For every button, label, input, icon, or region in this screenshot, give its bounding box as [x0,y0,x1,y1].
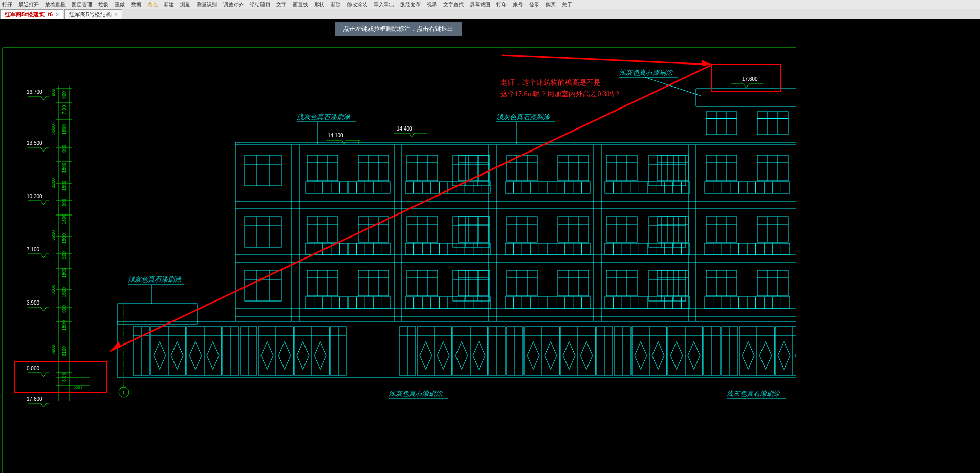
svg-text:1800: 1800 [61,320,67,331]
document-tabs: 红军阁5#楼建筑_t6 × 红军阁5号楼结构 × [0,9,980,19]
tool-20[interactable]: 视界 [427,1,437,8]
tool-27[interactable]: 关于 [562,1,572,8]
svg-line-497 [110,66,710,351]
svg-rect-107 [407,155,438,181]
tool-redo[interactable]: 重做 [115,1,125,8]
svg-rect-77 [245,155,281,186]
tool-2[interactable]: 放着盘星 [45,1,66,8]
svg-text:1800: 1800 [61,268,67,278]
svg-text:13.500: 13.500 [27,140,42,146]
svg-text:3200: 3200 [51,178,56,188]
tool-24[interactable]: 账号 [513,1,523,8]
svg-rect-231 [558,217,589,242]
dim-chain: 900 900 7 00 3200 1600 900 1800 3200 150… [51,86,90,401]
tool-16[interactable]: 新除 [331,1,341,8]
tool-23[interactable]: 打印 [496,1,507,8]
svg-rect-369 [757,270,788,296]
tool-layer[interactable]: 图层管理 [72,1,92,8]
svg-rect-365 [706,270,737,296]
main-toolbar: 打开 最近打开 放着盘星 图层管理 垃圾 重做 数据 着色 新建 测量 测量识别… [0,0,980,9]
svg-text:3200: 3200 [51,285,56,295]
tool-25[interactable]: 登录 [529,1,539,8]
tool-4[interactable]: 垃圾 [98,1,108,8]
tool-14[interactable]: 画直线 [293,1,308,8]
svg-text:7.100: 7.100 [27,247,39,252]
svg-rect-165 [757,155,788,181]
tool-26[interactable]: 购买 [546,1,556,8]
svg-text:17.600: 17.600 [742,76,758,82]
tool-13[interactable]: 文字 [276,1,287,8]
svg-rect-111 [458,155,489,181]
svg-rect-297 [358,270,389,296]
tab-structure[interactable]: 红军阁5号楼结构 × [64,9,122,19]
svg-rect-285 [453,270,490,301]
svg-text:17.600: 17.600 [27,396,42,402]
svg-text:1500: 1500 [61,287,67,297]
tool-17[interactable]: 修改涂装 [347,1,367,8]
svg-text:10.300: 10.300 [27,193,42,199]
svg-rect-183 [453,217,490,247]
svg-text:老师，这个建筑物的檐高是不是: 老师，这个建筑物的檐高是不是 [500,79,601,87]
svg-text:3200: 3200 [51,230,56,241]
svg-rect-62 [118,304,197,324]
tool-21[interactable]: 文字查找 [443,1,464,8]
tool-8[interactable]: 新建 [164,1,174,8]
tool-18[interactable]: 导入导出 [374,1,394,8]
svg-text:1800: 1800 [61,163,67,173]
svg-rect-85 [649,155,686,186]
tool-recent[interactable]: 最近打开 [18,1,39,8]
hint-bar: 点击左键或拉框删除标注，点击右键退出 [335,22,462,36]
svg-text:浅灰色真石漆刷涂: 浅灰色真石漆刷涂 [297,113,351,121]
elevation-marks: 16.700 13.500 10.300 7.100 3.900 0.000 1… [27,89,49,407]
tab-building[interactable]: 红军阁5#楼建筑_t6 × [0,9,63,19]
svg-text:3200: 3200 [51,124,56,135]
close-icon[interactable]: × [115,12,118,17]
svg-text:浅灰色真石漆刷涂: 浅灰色真石漆刷涂 [727,390,781,397]
tool-19[interactable]: 纵经变革 [400,1,421,8]
svg-rect-383 [706,112,737,135]
svg-rect-263 [706,217,737,242]
svg-text:1500: 1500 [61,233,67,244]
svg-text:14.100: 14.100 [328,133,343,138]
svg-rect-129 [558,155,589,181]
drawing-canvas[interactable]: 点击左键或拉框删除标注，点击右键退出 16.700 13.500 10.300 … [0,19,796,473]
svg-text:3100: 3100 [61,346,67,356]
tool-22[interactable]: 屏幕截图 [470,1,490,8]
tool-9[interactable]: 测量 [180,1,190,8]
tool-open[interactable]: 打开 [2,1,12,8]
tool-7[interactable]: 着色 [147,1,158,8]
svg-text:900: 900 [61,251,67,259]
tool-15[interactable]: 形状 [314,1,324,8]
svg-rect-293 [307,270,338,296]
close-icon[interactable]: × [56,12,59,17]
svg-marker-498 [110,341,121,351]
svg-rect-245 [606,217,637,242]
svg-text:14.400: 14.400 [397,126,412,132]
cad-svg: 16.700 13.500 10.300 7.100 3.900 0.000 1… [0,19,796,473]
svg-rect-311 [407,270,438,296]
svg-rect-329 [507,270,537,296]
svg-text:1600: 1600 [61,124,67,135]
svg-rect-93 [358,155,389,181]
svg-rect-315 [458,270,489,296]
tool-6[interactable]: 数据 [131,1,141,8]
svg-rect-267 [757,217,788,242]
svg-text:浅灰色真石漆刷涂: 浅灰色真石漆刷涂 [496,113,551,121]
svg-rect-227 [507,217,537,242]
svg-text:浅灰色真石漆刷涂: 浅灰色真石漆刷涂 [389,390,443,397]
svg-text:3.900: 3.900 [27,300,39,306]
svg-text:900: 900 [61,145,67,153]
svg-rect-191 [307,217,338,242]
svg-text:16.700: 16.700 [27,89,42,95]
tool-12[interactable]: 绿结题切 [250,1,270,8]
svg-rect-187 [649,217,686,247]
paint-notes: 浅灰色真石漆刷涂 浅灰色真石漆刷涂 浅灰色真石漆刷涂 浅灰色真石漆刷涂 浅灰色真… [128,69,786,398]
svg-rect-347 [606,270,637,296]
storefront [133,327,796,375]
tool-10[interactable]: 测量识别 [197,1,217,8]
tool-11[interactable]: 调整对齐 [223,1,244,8]
svg-rect-179 [245,217,281,247]
svg-text:这个17.6m呢？用加室内外高差0.3吗？: 这个17.6m呢？用加室内外高差0.3吗？ [500,90,621,98]
svg-rect-249 [658,217,688,242]
svg-rect-161 [706,155,737,181]
